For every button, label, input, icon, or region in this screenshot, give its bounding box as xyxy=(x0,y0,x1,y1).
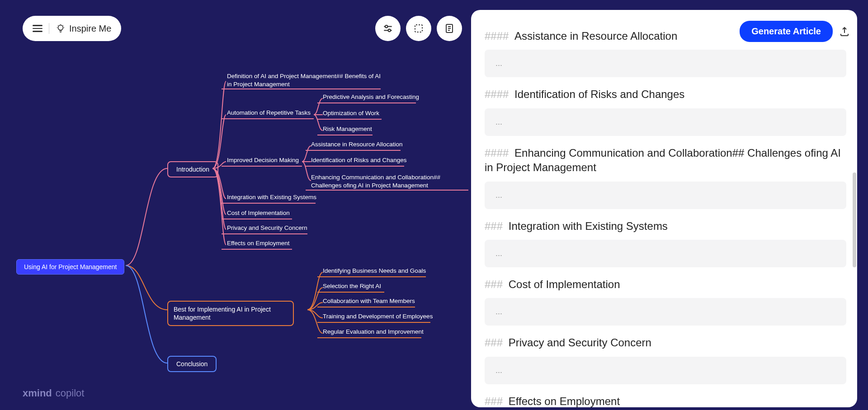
scrollbar[interactable] xyxy=(853,172,856,267)
leaf-label: Training and Development of Employees xyxy=(323,313,433,320)
leaf-label: Selection the Right AI xyxy=(323,283,381,289)
node-underline xyxy=(317,102,416,103)
heading-text: Integration with Existing Systems xyxy=(509,220,668,232)
leaf-label: Assistance in Resource Allocation xyxy=(311,141,403,148)
heading-level: ### xyxy=(485,395,506,407)
leaf-label: Predictive Analysis and Forecasting xyxy=(323,93,419,100)
leaf-node[interactable]: Effects on Employment xyxy=(227,240,290,247)
branch-label: Conclusion xyxy=(176,360,208,368)
leaf-label: Integration with Existing Systems xyxy=(227,194,316,200)
branch-label: Introduction xyxy=(176,166,209,173)
leaf-node[interactable]: Definition of AI and Project Management#… xyxy=(227,72,381,89)
node-underline xyxy=(306,166,404,167)
node-underline xyxy=(317,135,373,135)
section-content-box[interactable]: ... xyxy=(485,240,846,267)
node-underline xyxy=(317,322,430,323)
leaf-label: Effects on Employment xyxy=(227,240,290,247)
node-underline xyxy=(222,118,314,119)
section-heading[interactable]: #### Identification of Risks and Changes xyxy=(485,87,846,102)
leaf-node[interactable]: Identification of Risks and Changes xyxy=(311,157,407,164)
heading-level: #### xyxy=(485,88,512,100)
heading-text: Identification of Risks and Changes xyxy=(514,88,684,100)
section-heading[interactable]: ### Effects on Employment xyxy=(485,394,846,407)
leaf-node[interactable]: Enhancing Communication and Collaboratio… xyxy=(311,173,465,191)
heading-level: ### xyxy=(485,220,506,232)
section-heading[interactable]: ### Cost of Implementation xyxy=(485,277,846,292)
brand-logo: xmind copilot xyxy=(23,387,84,399)
section-heading[interactable]: ### Integration with Existing Systems xyxy=(485,219,846,233)
leaf-node[interactable]: Identifying Business Needs and Goals xyxy=(323,267,426,275)
node-underline xyxy=(317,119,382,120)
leaf-node[interactable]: Regular Evaluation and Improvement xyxy=(323,328,424,336)
leaf-node[interactable]: Risk Management xyxy=(323,126,372,133)
leaf-node[interactable]: Integration with Existing Systems xyxy=(227,194,316,201)
section-heading[interactable]: #### Enhancing Communication and Collabo… xyxy=(485,146,846,175)
mindmap-canvas[interactable]: Using AI for Project Management Introduc… xyxy=(0,0,475,410)
product-name: copilot xyxy=(56,387,85,399)
leaf-node[interactable]: Improved Decision Making xyxy=(227,157,299,164)
heading-text: Assistance in Resource Allocation xyxy=(514,30,677,42)
branch-label: Best for Implementing AI in Project Mana… xyxy=(174,306,271,321)
leaf-label: Regular Evaluation and Improvement xyxy=(323,328,424,335)
heading-level: ### xyxy=(485,278,506,290)
section-content-box[interactable]: ... xyxy=(485,50,846,77)
branch-introduction[interactable]: Introduction xyxy=(167,161,218,177)
leaf-node[interactable]: Predictive Analysis and Forecasting xyxy=(323,93,419,101)
leaf-label: Identification of Risks and Changes xyxy=(311,157,407,163)
leaf-label: Improved Decision Making xyxy=(227,157,299,163)
leaf-node[interactable]: Cost of Implementation xyxy=(227,210,290,217)
section-content-box[interactable]: ... xyxy=(485,298,846,326)
generate-article-button[interactable]: Generate Article xyxy=(740,21,833,42)
article-panel: Generate Article #### Assistance in Reso… xyxy=(471,10,857,407)
leaf-label: Automation of Repetitive Tasks xyxy=(227,109,311,116)
section-content-box[interactable]: ... xyxy=(485,108,846,136)
leaf-node[interactable]: Training and Development of Employees xyxy=(323,313,433,321)
heading-level: ### xyxy=(485,336,506,349)
branch-best-practices[interactable]: Best for Implementing AI in Project Mana… xyxy=(167,301,294,326)
node-underline xyxy=(306,190,468,191)
heading-text: Cost of Implementation xyxy=(509,278,620,290)
leaf-label: Enhancing Communication and Collaboratio… xyxy=(311,174,440,189)
section-heading[interactable]: ### Privacy and Security Concern xyxy=(485,335,846,350)
section-content-box[interactable]: ... xyxy=(485,357,846,384)
export-icon[interactable] xyxy=(839,26,850,37)
heading-text: Effects on Employment xyxy=(509,395,620,407)
leaf-node[interactable]: Privacy and Security Concern xyxy=(227,224,307,232)
node-underline xyxy=(222,89,381,89)
node-underline xyxy=(222,219,292,219)
leaf-node[interactable]: Collaboration with Team Members xyxy=(323,298,415,305)
brand-name: xmind xyxy=(23,387,52,399)
leaf-label: Collaboration with Team Members xyxy=(323,298,415,304)
node-underline xyxy=(222,233,307,234)
leaf-label: Risk Management xyxy=(323,126,372,132)
node-underline xyxy=(317,337,421,338)
leaf-node[interactable]: Optimization of Work xyxy=(323,110,379,117)
leaf-node[interactable]: Automation of Repetitive Tasks xyxy=(227,109,311,117)
node-underline xyxy=(222,249,292,250)
node-underline xyxy=(317,276,426,277)
root-label: Using AI for Project Management xyxy=(24,263,117,270)
mindmap-root[interactable]: Using AI for Project Management xyxy=(16,259,124,275)
node-underline xyxy=(306,150,401,151)
node-underline xyxy=(222,203,316,204)
leaf-node[interactable]: Selection the Right AI xyxy=(323,283,381,290)
article-content[interactable]: #### Assistance in Resource Allocation..… xyxy=(485,19,846,407)
leaf-label: Privacy and Security Concern xyxy=(227,224,307,231)
leaf-label: Identifying Business Needs and Goals xyxy=(323,267,426,274)
node-underline xyxy=(317,292,384,293)
heading-level: #### xyxy=(485,147,512,159)
leaf-label: Cost of Implementation xyxy=(227,210,290,216)
node-underline xyxy=(317,307,415,308)
leaf-label: Definition of AI and Project Management#… xyxy=(227,73,381,88)
section-content-box[interactable]: ... xyxy=(485,182,846,209)
heading-text: Enhancing Communication and Collaboratio… xyxy=(485,147,841,173)
leaf-node[interactable]: Assistance in Resource Allocation xyxy=(311,141,403,149)
node-underline xyxy=(222,166,302,167)
heading-level: #### xyxy=(485,30,512,42)
branch-conclusion[interactable]: Conclusion xyxy=(167,356,217,372)
leaf-label: Optimization of Work xyxy=(323,110,379,116)
heading-text: Privacy and Security Concern xyxy=(509,336,651,349)
